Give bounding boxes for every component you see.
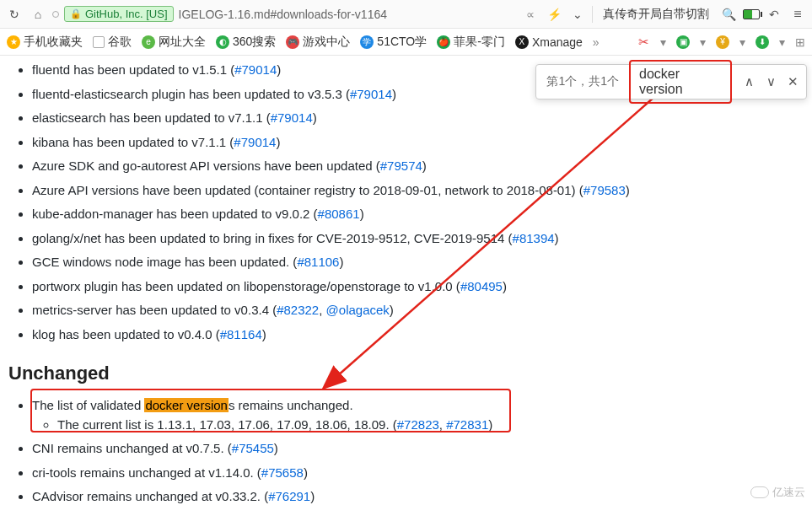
issue-link[interactable]: #79014 (234, 62, 277, 77)
reload-icon[interactable]: ↻ (5, 5, 24, 24)
status-dot-icon (52, 11, 59, 18)
grid-icon[interactable]: ⊞ (795, 35, 805, 49)
download-icon[interactable]: ⬇ (756, 35, 769, 49)
list-item: GCE windows node image has been updated.… (32, 253, 805, 272)
issue-link[interactable]: #81106 (297, 255, 339, 269)
issue-link[interactable]: #80495 (460, 279, 503, 293)
list-item: CNI remains unchanged at v0.7.5. (#75455… (32, 439, 805, 459)
share-icon[interactable]: ∝ (521, 5, 540, 24)
issue-link[interactable]: #79014 (350, 87, 392, 101)
list-item: Azure SDK and go-autorest API versions h… (32, 157, 805, 176)
list-item: golang/x/net has been updated to bring i… (32, 229, 805, 249)
scissors-icon[interactable]: ✂ (637, 35, 650, 49)
url-suffix: IGELOG-1.16.md#downloads-for-v1164 (179, 8, 387, 21)
battery-icon (743, 9, 760, 19)
find-in-page-bar: 第1个，共1个 docker version ∧ ∨ ✕ (535, 64, 807, 99)
cloud-icon (750, 486, 769, 498)
find-prev-button[interactable]: ∧ (739, 72, 759, 92)
find-count: 第1个，共1个 (536, 74, 629, 89)
bookmark-item[interactable]: 🍎菲果-零门 (437, 35, 505, 50)
doc-icon (93, 36, 105, 48)
issue-link[interactable]: #79583 (583, 183, 626, 197)
search-icon[interactable]: 🔍 (719, 5, 738, 24)
issue-link[interactable]: #80861 (318, 207, 360, 221)
list-item: cri-tools remains unchanged at v1.14.0. … (32, 464, 805, 483)
issue-link[interactable]: #79014 (271, 110, 313, 125)
bookmark-item[interactable]: ◐360搜索 (216, 35, 276, 50)
list-item: The current list is 1.13.1, 17.03, 17.06… (57, 416, 805, 435)
list-item: kube-addon-manager has been updated to v… (32, 205, 805, 224)
find-input[interactable]: docker version (629, 60, 732, 104)
issue-link[interactable]: #81394 (513, 231, 555, 245)
chevron-down-icon[interactable]: ⌄ (568, 5, 587, 24)
issue-link[interactable]: #72823 (397, 417, 439, 432)
home-icon[interactable]: ⌂ (29, 5, 47, 24)
list-item: kibana has been updated to v7.1.1 (#7901… (32, 133, 805, 153)
undo-icon[interactable]: ↶ (765, 5, 783, 24)
overflow-icon[interactable]: » (593, 35, 600, 49)
section-heading: Unchanged (8, 363, 805, 384)
bookmark-item[interactable]: e网址大全 (142, 35, 206, 50)
issue-link[interactable]: #82322 (277, 303, 319, 317)
list-item: The list of validated docker versions re… (32, 396, 805, 434)
issue-link[interactable]: #79574 (380, 158, 422, 173)
document-content: fluentd has been updated to v1.5.1 (#790… (0, 61, 812, 505)
bookmark-item[interactable]: 谷歌 (93, 35, 132, 50)
tab-title[interactable]: 真传奇开局自带切割 (598, 7, 714, 22)
issue-link[interactable]: #72831 (446, 417, 488, 432)
list-item: portworx plugin has been updated on libo… (32, 277, 805, 297)
list-item: Azure API versions have been updated (co… (32, 181, 805, 201)
find-next-button[interactable]: ∨ (761, 72, 781, 92)
list-item: elasticsearch has been updated to v7.1.1… (32, 109, 805, 128)
search-highlight: docker version (144, 398, 229, 412)
bookmarks-bar: ★手机收藏夹 谷歌 e网址大全 ◐360搜索 🎮游戏中心 学51CTO学 🍎菲果… (0, 29, 812, 56)
bookmark-item[interactable]: 🎮游戏中心 (286, 35, 350, 50)
bookmark-item[interactable]: 学51CTO学 (360, 35, 427, 50)
menu-icon[interactable]: ≡ (788, 5, 807, 24)
site-identity: GitHub, Inc. [US] (64, 6, 174, 22)
bolt-icon[interactable]: ⚡ (545, 5, 563, 24)
issue-link[interactable]: #79014 (234, 135, 276, 149)
find-close-button[interactable]: ✕ (782, 72, 803, 92)
list-item: metrics-server has been updated to v0.3.… (32, 301, 805, 320)
list-item: klog has been updated to v0.4.0 (#81164) (32, 325, 805, 345)
money-icon[interactable]: ¥ (716, 35, 729, 49)
list-item: CAdvisor remains unchanged at v0.33.2. (… (32, 487, 805, 505)
issue-link[interactable]: #75658 (261, 465, 304, 480)
address-bar[interactable]: GitHub, Inc. [US] IGELOG-1.16.md#downloa… (52, 6, 516, 22)
issue-link[interactable]: #75455 (232, 441, 274, 455)
bookmark-item[interactable]: ★手机收藏夹 (7, 35, 83, 50)
issue-link[interactable]: #81164 (220, 327, 262, 341)
browser-toolbar: ↻ ⌂ GitHub, Inc. [US] IGELOG-1.16.md#dow… (0, 0, 812, 29)
watermark: 亿速云 (750, 485, 805, 500)
cube-icon[interactable]: ▣ (676, 35, 690, 49)
issue-link[interactable]: #76291 (268, 489, 310, 503)
bookmark-item[interactable]: XXmanage (515, 35, 583, 49)
user-link[interactable]: @olagacek (326, 303, 390, 317)
